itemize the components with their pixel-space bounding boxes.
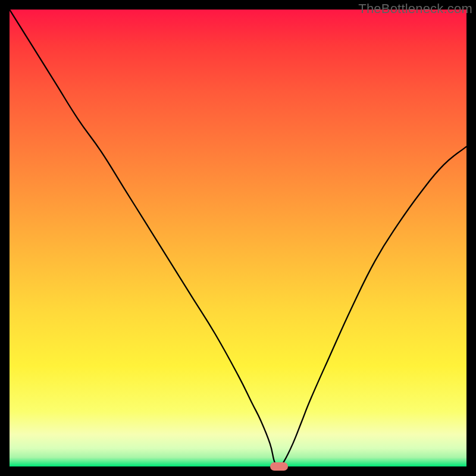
chart-frame: TheBottleneck.com <box>0 0 476 476</box>
optimum-marker <box>270 462 288 471</box>
curve-svg <box>10 10 466 466</box>
plot-area <box>10 10 466 466</box>
watermark-text: TheBottleneck.com <box>358 1 472 17</box>
bottleneck-curve <box>10 10 466 466</box>
